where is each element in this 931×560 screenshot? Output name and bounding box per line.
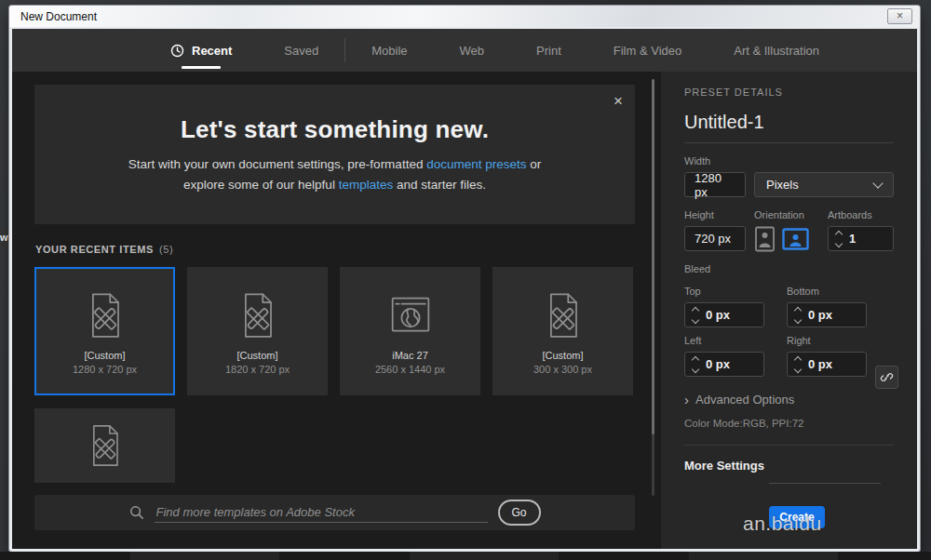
landscape-orientation-icon bbox=[782, 226, 809, 252]
recent-items-heading: YOUR RECENT ITEMS(5) bbox=[35, 244, 173, 255]
welcome-banner: × Let's start something new. Start with … bbox=[34, 85, 635, 224]
advanced-options-toggle[interactable]: › Advanced Options bbox=[684, 393, 894, 407]
dialog-body: Recent Saved Mobile Web Print Film & Vid… bbox=[12, 29, 917, 549]
chevron-down-icon[interactable] bbox=[794, 365, 802, 372]
panel-faint-divider bbox=[769, 483, 881, 484]
units-value: Pixels bbox=[766, 178, 799, 192]
dialog-title: New Document bbox=[20, 10, 97, 23]
window-close-button[interactable]: × bbox=[887, 8, 912, 24]
chevron-right-icon: › bbox=[684, 395, 689, 405]
chevron-down-icon[interactable] bbox=[835, 239, 843, 247]
document-icon bbox=[537, 288, 589, 342]
bleed-bottom-value[interactable]: 0 px bbox=[808, 308, 832, 322]
preset-details-heading: PRESET DETAILS bbox=[684, 87, 894, 98]
portrait-orientation-icon bbox=[754, 226, 776, 252]
recent-items-count: (5) bbox=[159, 244, 173, 255]
height-input[interactable]: 720 px bbox=[684, 226, 746, 251]
banner-close-icon[interactable]: × bbox=[614, 92, 623, 111]
background-partial-label: w bbox=[0, 229, 9, 247]
search-icon bbox=[129, 505, 144, 520]
banner-title: Let's start something new. bbox=[34, 115, 635, 144]
tab-art-illustration[interactable]: Art & Illustration bbox=[708, 29, 845, 72]
chevron-up-icon[interactable] bbox=[794, 306, 802, 313]
link-icon bbox=[880, 370, 894, 384]
recent-item-name: [Custom] bbox=[84, 350, 125, 361]
chevron-down-icon bbox=[872, 178, 883, 188]
bleed-bottom-stepper[interactable]: 0 px bbox=[787, 302, 867, 327]
recent-item-size: 1280 x 720 px bbox=[73, 364, 137, 375]
bleed-left-label: Left bbox=[684, 335, 764, 346]
tab-label: Mobile bbox=[371, 44, 407, 58]
desktop-background: w New Document × Recent Saved bbox=[0, 0, 931, 560]
bleed-top-value[interactable]: 0 px bbox=[706, 308, 730, 322]
dialog-titlebar[interactable]: New Document × bbox=[9, 6, 920, 27]
document-presets-link[interactable]: document presets bbox=[426, 157, 526, 171]
chevron-down-icon[interactable] bbox=[794, 315, 802, 323]
chevron-up-icon[interactable] bbox=[794, 355, 802, 363]
stock-search-input[interactable] bbox=[155, 502, 488, 523]
tab-saved[interactable]: Saved bbox=[258, 29, 344, 72]
tab-print[interactable]: Print bbox=[510, 29, 587, 72]
chevron-up-icon[interactable] bbox=[692, 306, 699, 313]
create-button[interactable]: Create bbox=[769, 506, 825, 528]
tab-mobile[interactable]: Mobile bbox=[345, 29, 433, 72]
banner-body: Start with your own document settings, p… bbox=[113, 154, 558, 195]
document-name-field[interactable]: Untitled-1 bbox=[684, 112, 894, 143]
tab-label: Film & Video bbox=[614, 44, 681, 58]
main-content: × Let's start something new. Start with … bbox=[12, 72, 661, 549]
document-icon bbox=[79, 288, 131, 342]
go-button[interactable]: Go bbox=[498, 500, 541, 526]
scrollbar[interactable] bbox=[652, 79, 654, 496]
tab-label: Web bbox=[460, 44, 485, 58]
tab-film-video[interactable]: Film & Video bbox=[587, 29, 708, 72]
units-dropdown[interactable]: Pixels bbox=[754, 172, 894, 197]
chevron-up-icon[interactable] bbox=[835, 230, 843, 237]
bleed-top-stepper[interactable]: 0 px bbox=[684, 302, 764, 327]
orientation-landscape-button[interactable] bbox=[782, 226, 809, 252]
banner-text: and starter files. bbox=[393, 178, 486, 192]
recent-item-name: [Custom] bbox=[542, 350, 583, 361]
document-icon bbox=[81, 420, 129, 472]
clock-icon bbox=[170, 44, 184, 58]
tab-recent[interactable]: Recent bbox=[144, 29, 258, 72]
panel-divider bbox=[684, 445, 894, 446]
recent-item-card[interactable]: [Custom] 300 x 300 px bbox=[492, 267, 633, 395]
bleed-right-label: Right bbox=[787, 335, 867, 346]
chevron-down-icon[interactable] bbox=[692, 365, 699, 372]
artboards-label: Artboards bbox=[828, 209, 894, 220]
web-browser-icon bbox=[384, 288, 438, 342]
bleed-link-toggle[interactable] bbox=[875, 366, 898, 389]
bleed-left-stepper[interactable]: 0 px bbox=[684, 352, 764, 377]
orientation-label: Orientation bbox=[754, 209, 828, 220]
recent-items-grid: [Custom] 1280 x 720 px bbox=[34, 267, 633, 395]
recent-item-name: [Custom] bbox=[236, 350, 277, 361]
tab-label: Print bbox=[536, 44, 561, 58]
chevron-down-icon[interactable] bbox=[692, 315, 699, 323]
bleed-right-value[interactable]: 0 px bbox=[808, 357, 832, 371]
new-document-dialog: New Document × Recent Saved Mobile bbox=[9, 6, 920, 552]
tab-web[interactable]: Web bbox=[434, 29, 511, 72]
height-label: Height bbox=[684, 209, 754, 220]
preset-details-panel: PRESET DETAILS Untitled-1 Width 1280 px … bbox=[661, 72, 917, 549]
tab-label: Art & Illustration bbox=[734, 44, 819, 58]
bleed-right-stepper[interactable]: 0 px bbox=[787, 352, 867, 377]
recent-item-size: 300 x 300 px bbox=[533, 364, 592, 375]
recent-item-size: 2560 x 1440 px bbox=[375, 364, 445, 375]
recent-item-card[interactable]: [Custom] 1280 x 720 px bbox=[34, 267, 175, 395]
artboards-stepper[interactable]: 1 bbox=[828, 226, 894, 251]
recent-item-card[interactable]: [Custom] 1820 x 720 px bbox=[187, 267, 328, 395]
more-settings-button[interactable]: More Settings bbox=[684, 459, 894, 473]
category-tabbar: Recent Saved Mobile Web Print Film & Vid… bbox=[12, 29, 917, 72]
chevron-up-icon[interactable] bbox=[692, 355, 699, 363]
banner-text: Start with your own document settings, p… bbox=[128, 157, 426, 171]
recent-item-card[interactable]: iMac 27 2560 x 1440 px bbox=[340, 267, 480, 395]
bleed-left-value[interactable]: 0 px bbox=[706, 357, 730, 371]
tab-label: Saved bbox=[284, 44, 318, 58]
recent-item-card-partial[interactable] bbox=[34, 408, 175, 483]
artboards-value[interactable]: 1 bbox=[849, 232, 856, 246]
scrollbar-thumb[interactable] bbox=[652, 79, 654, 434]
orientation-portrait-button[interactable] bbox=[754, 226, 776, 252]
tab-label: Recent bbox=[192, 44, 232, 58]
width-input[interactable]: 1280 px bbox=[684, 172, 746, 197]
templates-link[interactable]: templates bbox=[339, 178, 394, 192]
